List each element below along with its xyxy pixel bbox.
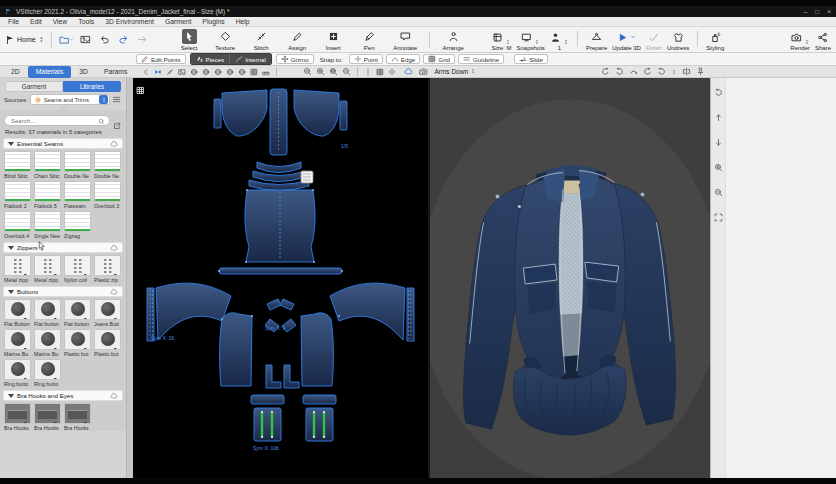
home-spinner[interactable]	[38, 35, 44, 44]
snap-guideline-button[interactable]: Guideline	[458, 54, 504, 64]
tab-2d[interactable]: 2D	[3, 66, 28, 78]
menu-item-help[interactable]: Help	[236, 18, 250, 25]
snapshots-control[interactable]: Snapshots	[517, 31, 545, 51]
collapse-panel-button[interactable]	[142, 67, 150, 75]
zoom-fit-button[interactable]	[329, 67, 338, 76]
undo-button[interactable]	[97, 32, 112, 47]
download-cloud-icon[interactable]	[22, 163, 29, 170]
grid-view-button[interactable]	[250, 67, 258, 75]
undress-button[interactable]: Undress	[667, 31, 689, 51]
piece-belt[interactable]	[219, 268, 342, 274]
material-item[interactable]: Marine Bu	[34, 329, 61, 357]
piece-collar-right[interactable]	[294, 90, 339, 136]
sources-spinner[interactable]	[99, 95, 108, 104]
external-link-icon[interactable]	[113, 116, 122, 125]
menu-item-3d-environment[interactable]: 3D Environment	[105, 18, 154, 25]
home-button[interactable]: Home	[5, 35, 44, 45]
selected-material-badge[interactable]	[301, 171, 313, 183]
piece-epaulette-left[interactable]	[214, 99, 221, 128]
material-item[interactable]: Bra Hooks	[34, 403, 61, 431]
download-cloud-icon[interactable]	[112, 311, 119, 318]
material-item[interactable]: Ring butto	[4, 359, 31, 387]
download-cloud-icon[interactable]	[82, 341, 89, 348]
tab-3d[interactable]: 3D	[71, 66, 96, 78]
material-item[interactable]: Flat button	[64, 299, 91, 327]
material-item[interactable]: Metal zipp	[4, 255, 31, 283]
piece-cuff-right[interactable]	[303, 395, 336, 441]
pan-up-button[interactable]	[714, 108, 723, 126]
download-cloud-icon[interactable]	[52, 371, 59, 378]
orbit-button[interactable]	[714, 83, 723, 101]
piece-front-right[interactable]	[301, 313, 333, 386]
material-sphere-3-button[interactable]	[214, 67, 222, 75]
material-item[interactable]: Plastic but	[94, 329, 121, 357]
menu-item-garment[interactable]: Garment	[165, 18, 191, 25]
menu-item-file[interactable]: File	[8, 18, 19, 25]
download-cloud-icon[interactable]	[82, 415, 89, 422]
tab-materials[interactable]: Materials	[28, 66, 72, 78]
pattern-2d-viewport[interactable]: 1/5Sym X: 9Sym X: 16Sym X: 10b	[133, 78, 428, 478]
share-button[interactable]: Share	[815, 31, 831, 51]
category-cloud-icon[interactable]	[110, 244, 118, 252]
render-button[interactable]: Render	[790, 31, 810, 51]
download-cloud-icon[interactable]	[22, 223, 29, 230]
menu-item-plugins[interactable]: Plugins	[202, 18, 224, 25]
finish-button[interactable]: Finish	[646, 31, 662, 51]
snap-point-button[interactable]: Point	[349, 54, 383, 64]
material-item[interactable]: Flatlock 2	[4, 181, 31, 209]
material-item[interactable]: Metal zipp	[34, 255, 61, 283]
download-cloud-icon[interactable]	[112, 193, 119, 200]
zoom-in-3d-button[interactable]	[714, 158, 723, 176]
show-points-button[interactable]	[364, 67, 372, 75]
download-cloud-icon[interactable]	[22, 267, 29, 274]
zoom-out-button[interactable]	[303, 67, 312, 76]
menu-item-edit[interactable]: Edit	[30, 18, 42, 25]
category-header-seam[interactable]: Essential Seams	[3, 138, 123, 149]
download-cloud-icon[interactable]	[22, 341, 29, 348]
avatar-control[interactable]: 1	[550, 31, 569, 51]
download-cloud-icon[interactable]	[52, 341, 59, 348]
download-cloud-icon[interactable]	[22, 371, 29, 378]
orbit-spinner-button[interactable]	[671, 68, 677, 75]
material-item[interactable]: Plastic zip	[94, 255, 121, 283]
compare-view-button[interactable]	[682, 67, 691, 76]
update-3d-button[interactable]: Update 3D	[612, 31, 641, 51]
piece-front-left[interactable]	[220, 313, 252, 386]
zoom-area-button[interactable]	[342, 67, 351, 76]
sidebar-tab-libraries[interactable]: Libraries	[63, 81, 121, 92]
material-item[interactable]: Flat button	[34, 299, 61, 327]
pan-down-button[interactable]	[714, 133, 723, 151]
material-item[interactable]: Bra Hooks	[4, 403, 31, 431]
category-header-zipper[interactable]: Zippers	[3, 242, 123, 253]
cloud-sync-icon[interactable]	[404, 67, 413, 76]
download-cloud-icon[interactable]	[82, 193, 89, 200]
piece-collar-left[interactable]	[222, 90, 267, 136]
maximize-button[interactable]: □	[815, 8, 819, 15]
rotate-ccw-button[interactable]	[643, 67, 652, 76]
orbit-up-button[interactable]	[629, 67, 638, 76]
material-item[interactable]: Zigzag	[64, 211, 91, 239]
material-item[interactable]: Single Nee	[34, 211, 61, 239]
zoom-in-button[interactable]	[316, 67, 325, 76]
list-view-icon[interactable]	[112, 95, 122, 105]
styling-button[interactable]: Styling	[706, 31, 724, 51]
material-item[interactable]: Bra Hooks	[64, 403, 91, 431]
category-cloud-icon[interactable]	[110, 288, 118, 296]
download-cloud-icon[interactable]	[112, 267, 119, 274]
piece-sleeve-left[interactable]	[147, 283, 231, 341]
download-cloud-icon[interactable]	[52, 223, 59, 230]
material-item[interactable]: Double Ne	[64, 151, 91, 179]
snapshot-camera-button[interactable]	[419, 67, 428, 76]
show-grid-button[interactable]	[376, 67, 384, 75]
swatch-button[interactable]	[178, 67, 186, 75]
pose-spinner[interactable]	[470, 67, 476, 76]
category-cloud-icon[interactable]	[110, 392, 118, 400]
panel-splitter[interactable]	[126, 78, 133, 478]
tab-params[interactable]: Params	[96, 66, 135, 78]
material-item[interactable]: Plastic but	[64, 329, 91, 357]
redo-button[interactable]	[116, 32, 131, 47]
pattern-2d-canvas[interactable]: 1/5Sym X: 9Sym X: 16Sym X: 10b	[133, 78, 428, 478]
pin-view-button[interactable]	[696, 67, 705, 76]
download-cloud-icon[interactable]	[82, 311, 89, 318]
tool-arrange[interactable]: Arrange	[438, 29, 469, 51]
